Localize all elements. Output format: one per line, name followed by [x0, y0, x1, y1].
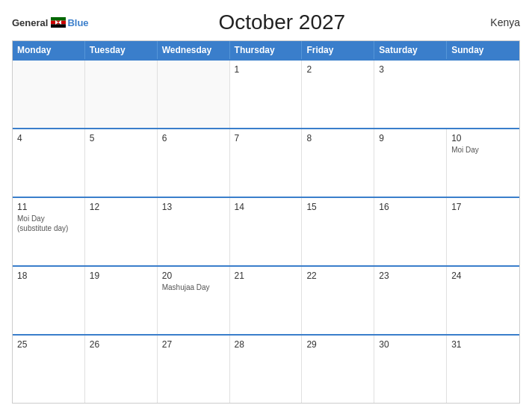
cell-oct-5: 5: [85, 129, 158, 197]
cell-empty-2: [85, 61, 158, 128]
col-wednesday: Wednesday: [158, 41, 230, 59]
cell-oct-21: 21: [230, 267, 303, 334]
col-saturday: Saturday: [374, 41, 447, 59]
logo-general-text: General: [12, 17, 48, 28]
cell-oct-28: 28: [230, 336, 303, 403]
svg-rect-0: [51, 17, 66, 21]
cell-oct-18: 18: [13, 267, 85, 334]
page: General Blue October 2027 Kenya Monday T…: [0, 0, 532, 411]
col-thursday: Thursday: [230, 41, 303, 59]
cell-oct-7: 7: [230, 129, 303, 197]
cell-oct-11: 11 Moi Day(substitute day): [13, 198, 85, 265]
cell-empty-3: [158, 61, 230, 128]
cell-oct-9: 9: [374, 129, 447, 197]
cell-oct-30: 30: [374, 336, 447, 403]
cell-oct-26: 26: [85, 336, 158, 403]
cell-oct-12: 12: [85, 198, 158, 265]
cell-oct-22: 22: [302, 267, 374, 334]
cell-oct-14: 14: [230, 198, 303, 265]
cell-oct-3: 3: [374, 61, 447, 128]
cell-oct-2: 2: [302, 61, 374, 128]
cell-oct-1: 1: [230, 61, 303, 128]
cell-oct-25: 25: [13, 336, 85, 403]
col-tuesday: Tuesday: [85, 41, 158, 59]
cell-empty-1: [13, 61, 85, 128]
cell-oct-23: 23: [374, 267, 447, 334]
logo-blue-text: Blue: [67, 17, 88, 28]
cell-oct-24: 24: [447, 267, 519, 334]
cell-oct-27: 27: [158, 336, 230, 403]
header: General Blue October 2027 Kenya: [12, 10, 520, 34]
cell-oct-29: 29: [302, 336, 374, 403]
week-3: 11 Moi Day(substitute day) 12 13 14 15 1…: [13, 197, 519, 265]
cell-oct-19: 19: [85, 267, 158, 334]
week-4: 18 19 20 Mashujaa Day 21 22 23 24: [13, 265, 519, 334]
cell-oct-20: 20 Mashujaa Day: [158, 267, 230, 334]
cell-oct-4: 4: [13, 129, 85, 197]
cell-oct-10: 10 Moi Day: [447, 129, 519, 197]
col-monday: Monday: [13, 41, 85, 59]
week-5: 25 26 27 28 29 30 31: [13, 334, 519, 403]
week-1: 1 2 3: [13, 59, 519, 128]
week-2: 4 5 6 7 8 9 10 Moi Day: [13, 128, 519, 197]
cell-oct-8: 8: [302, 129, 374, 197]
cell-oct-16: 16: [374, 198, 447, 265]
col-friday: Friday: [302, 41, 374, 59]
calendar-header-row: Monday Tuesday Wednesday Thursday Friday…: [13, 41, 519, 59]
col-sunday: Sunday: [447, 41, 519, 59]
logo: General Blue: [12, 17, 89, 28]
cell-oct-15: 15: [302, 198, 374, 265]
country-label: Kenya: [475, 16, 520, 28]
cell-oct-13: 13: [158, 198, 230, 265]
cell-oct-31: 31: [447, 336, 519, 403]
cell-oct-17: 17: [447, 198, 519, 265]
calendar-body: 1 2 3 4 5 6 7 8 9 10 Moi Day 11: [13, 59, 519, 403]
cell-oct-6: 6: [158, 129, 230, 197]
svg-rect-2: [51, 24, 66, 28]
page-title: October 2027: [89, 10, 475, 34]
logo-flag-icon: [51, 17, 66, 28]
calendar: Monday Tuesday Wednesday Thursday Friday…: [12, 40, 520, 404]
